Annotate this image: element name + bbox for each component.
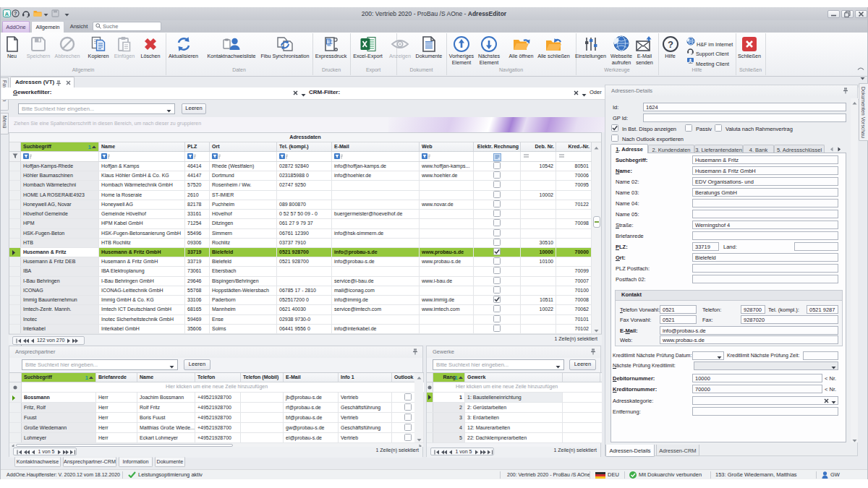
svg-text:?: ?: [668, 39, 673, 50]
